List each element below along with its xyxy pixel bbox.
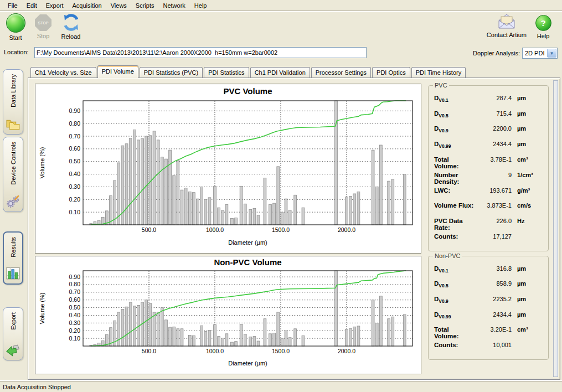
stat-label: Counts:	[434, 342, 474, 348]
menu-item-acquisition[interactable]: Acquisition	[68, 1, 106, 10]
stat-value: 9	[474, 172, 512, 178]
menu-item-views[interactable]: Views	[106, 1, 131, 10]
stat-label: DV0.9	[434, 125, 474, 133]
chevron-down-icon[interactable]: ▼	[547, 49, 556, 58]
stat-value: 287.4	[474, 95, 512, 101]
stat-value: 316.8	[474, 265, 512, 272]
stat-label: DV0.99	[434, 141, 474, 149]
tab-pdi-volume[interactable]: PDI Volume	[97, 65, 138, 78]
sidebar-item-device-controls[interactable]: Device Controls	[3, 137, 23, 212]
stat-row-d-v0-9: DV0.92235.2µm	[434, 296, 544, 309]
doppler-analysis-value: 2D PDI	[525, 50, 544, 56]
help-label: Help	[537, 33, 550, 39]
svg-text:500.0: 500.0	[142, 226, 156, 233]
doppler-analysis-label: Doppler Analysis:	[473, 50, 520, 56]
tab-strip: Ch1 Velocity vs. SizePDI VolumePDI Stati…	[30, 66, 467, 78]
svg-text:0.10: 0.10	[69, 335, 81, 342]
help-button[interactable]: ? Help	[532, 13, 554, 39]
stat-row-d-v0-1: DV0.1287.4µm	[434, 95, 544, 108]
stat-unit: 1/cm³	[512, 172, 544, 178]
stat-row-d-v0-99: DV0.992434.4µm	[434, 311, 544, 324]
start-button[interactable]: Start	[4, 13, 27, 41]
stat-value: 2235.2	[474, 296, 512, 302]
menu-item-scripts[interactable]: Scripts	[131, 1, 159, 10]
stat-unit: g/m³	[512, 187, 544, 194]
menu-item-help[interactable]: Help	[190, 1, 212, 10]
tab-ch1-pdi-validation[interactable]: Ch1 PDI Validation	[250, 67, 310, 78]
stat-label: Counts:	[434, 233, 474, 240]
stat-label: Total Volume:	[434, 156, 474, 169]
results-chart-icon	[6, 266, 20, 281]
stat-row-d-v0-99: DV0.992434.4µm	[434, 141, 544, 154]
svg-text:2000.0: 2000.0	[338, 348, 355, 354]
stat-unit: µm	[512, 110, 544, 117]
stat-unit: cm³	[512, 326, 544, 333]
stop-icon: STOP	[35, 14, 51, 31]
location-input[interactable]	[34, 47, 367, 58]
stat-label: LWC:	[434, 187, 474, 194]
sidebar-item-data-library[interactable]: Data Library	[3, 69, 23, 135]
pvc-volume-chart-svg: PVC Volume0.100.200.300.400.500.600.700.…	[35, 84, 420, 252]
pvc-stats-groupbox: PVC DV0.1287.4µmDV0.5715.4µmDV0.92200.0µ…	[428, 85, 549, 251]
status-bar: Data Acquisition Stopped	[0, 381, 562, 392]
stat-value: 3.78E-1	[474, 156, 512, 163]
menu-item-file[interactable]: File	[3, 1, 22, 10]
stat-value: 858.9	[474, 280, 512, 287]
reload-label: Reload	[61, 33, 81, 40]
tab-pdi-statistics[interactable]: PDI Statistics	[204, 67, 249, 78]
svg-text:1000.0: 1000.0	[206, 226, 224, 233]
tab-page-pdi-volume: PVC Volume0.100.200.300.400.500.600.700.…	[28, 78, 560, 380]
gears-icon	[6, 194, 20, 209]
tab-pdi-optics[interactable]: PDI Optics	[372, 67, 410, 78]
stat-value: 226.0	[474, 218, 512, 224]
svg-text:Diameter (µm): Diameter (µm)	[228, 239, 267, 246]
pvc-stats-title: PVC	[433, 82, 449, 89]
menu-item-network[interactable]: Network	[158, 1, 189, 10]
contact-artium-button[interactable]: Contact Artium	[487, 13, 527, 39]
stat-label: PVC Data Rate:	[434, 218, 474, 231]
tab-processor-settings[interactable]: Processor Settings	[311, 67, 371, 78]
contact-artium-label: Contact Artium	[487, 32, 527, 38]
svg-text:0.80: 0.80	[69, 281, 81, 287]
svg-text:0.60: 0.60	[69, 296, 81, 303]
pvc-volume-chart: PVC Volume0.100.200.300.400.500.600.700.…	[35, 84, 421, 254]
stat-value: 2434.4	[474, 311, 512, 318]
tab-pdi-time-history[interactable]: PDI Time History	[411, 67, 466, 78]
tab-ch1-velocity-vs-size[interactable]: Ch1 Velocity vs. Size	[30, 67, 96, 78]
svg-text:0.40: 0.40	[69, 171, 81, 177]
sidebar-item-results[interactable]: Results	[3, 231, 23, 285]
vertical-scrollbar[interactable]	[553, 80, 558, 377]
tab-pdi-statistics-pvc[interactable]: PDI Statistics (PVC)	[140, 67, 203, 78]
folder-icon	[6, 116, 20, 131]
stat-unit: µm	[512, 125, 544, 132]
location-row: Location: Doppler Analysis: 2D PDI ▼	[0, 45, 562, 60]
stat-value: 10,001	[474, 342, 512, 348]
stat-row-total-volume: Total Volume:3.78E-1cm³	[434, 156, 544, 169]
svg-text:0.50: 0.50	[69, 304, 81, 311]
svg-text:0.20: 0.20	[69, 196, 81, 203]
svg-text:Volume (%): Volume (%)	[39, 293, 45, 324]
menu-item-edit[interactable]: Edit	[22, 1, 42, 10]
svg-text:Volume (%): Volume (%)	[39, 147, 45, 179]
stat-label: DV0.1	[434, 265, 474, 274]
svg-text:0.30: 0.30	[69, 183, 81, 190]
stat-unit: cm/s	[512, 202, 544, 209]
stat-row-lwc: LWC:193.671g/m³	[434, 187, 544, 200]
stat-row-volume-flux: Volume Flux:3.873E-1cm/s	[434, 202, 544, 215]
stat-label: Total Volume:	[434, 326, 474, 339]
svg-text:0.20: 0.20	[69, 327, 81, 334]
status-text: Data Acquisition Stopped	[3, 384, 71, 390]
sidebar-item-export[interactable]: Export	[3, 307, 23, 360]
app-window: { "menu": { "items": ["File","Edit","Exp…	[0, 0, 562, 392]
stop-button: STOP Stop	[32, 13, 54, 41]
sidebar-item-label: Data Library	[10, 74, 17, 107]
doppler-analysis-select[interactable]: 2D PDI ▼	[522, 48, 558, 59]
reload-button[interactable]: Reload	[60, 13, 82, 41]
stat-label: DV0.99	[434, 311, 474, 319]
svg-text:0.80: 0.80	[69, 120, 81, 127]
menu-item-export[interactable]: Export	[42, 1, 68, 10]
stop-label: Stop	[37, 33, 50, 39]
stat-row-d-v0-5: DV0.5858.9µm	[434, 280, 544, 293]
toolbar: Start STOP Stop Reload Contact	[0, 11, 562, 45]
stat-row-pvc-data-rate: PVC Data Rate:226.0Hz	[434, 218, 544, 231]
